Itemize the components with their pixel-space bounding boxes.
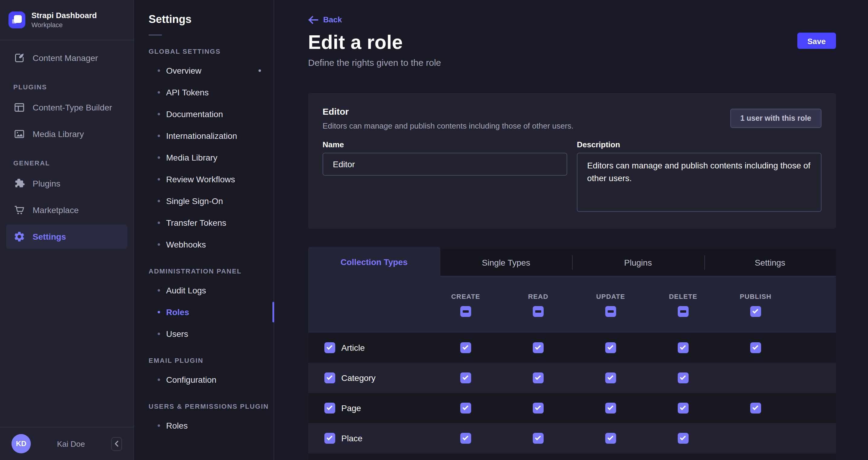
- tab-settings[interactable]: Settings: [704, 249, 836, 276]
- create-checkbox[interactable]: [460, 433, 471, 444]
- subnav-item-label: Roles: [166, 421, 188, 430]
- row-select-checkbox[interactable]: [324, 433, 335, 444]
- update-checkbox[interactable]: [605, 433, 616, 444]
- sidebar-item-media-library[interactable]: Media Library: [6, 122, 127, 146]
- select-all-publish-checkbox[interactable]: [750, 306, 761, 317]
- sidebar-item-label: Media Library: [33, 129, 84, 139]
- tab-collection-types[interactable]: Collection Types: [308, 247, 440, 276]
- subnav-item-documentation[interactable]: Documentation: [134, 103, 274, 125]
- bullet-icon: [158, 135, 160, 137]
- brand-title: Strapi Dashboard: [31, 11, 97, 21]
- sidebar-item-label: Content-Type Builder: [33, 103, 112, 112]
- column-header-update: UPDATE: [596, 293, 625, 300]
- subnav-item-webhooks[interactable]: Webhooks: [134, 234, 274, 255]
- subnav-item-label: Media Library: [166, 153, 217, 162]
- user-avatar[interactable]: KD: [11, 434, 31, 453]
- column-header-delete: DELETE: [669, 293, 698, 300]
- sidebar-item-content-type-builder[interactable]: Content-Type Builder: [6, 95, 127, 120]
- read-checkbox[interactable]: [533, 433, 544, 444]
- update-checkbox[interactable]: [605, 342, 616, 353]
- subnav-item-label: Documentation: [166, 109, 223, 119]
- role-name-heading: Editor: [322, 106, 574, 117]
- permissions-table: CREATE READ UPDATE DELETE PUBLISH Articl…: [308, 276, 836, 460]
- users-with-role-badge[interactable]: 1 user with this role: [730, 109, 822, 128]
- role-info-card: Editor Editors can manage and publish co…: [308, 93, 836, 229]
- bullet-icon: [158, 333, 160, 335]
- select-all-read-checkbox[interactable]: [533, 306, 544, 317]
- back-link[interactable]: Back: [308, 15, 342, 24]
- select-all-delete-checkbox[interactable]: [678, 306, 689, 317]
- table-row-place: Place: [308, 423, 836, 453]
- read-checkbox[interactable]: [533, 342, 544, 353]
- subnav-item-label: Single Sign-On: [166, 196, 223, 206]
- bullet-icon: [158, 311, 160, 313]
- page-subtitle: Define the rights given to the role: [308, 57, 836, 68]
- row-select-checkbox[interactable]: [324, 342, 335, 353]
- subnav-item-label: Overview: [166, 66, 202, 75]
- select-all-create-checkbox[interactable]: [460, 306, 471, 317]
- subnav-item-internationalization[interactable]: Internationalization: [134, 125, 274, 147]
- strapi-logo-icon: [8, 11, 25, 28]
- delete-checkbox[interactable]: [678, 342, 689, 353]
- bullet-icon: [158, 243, 160, 246]
- name-field-label: Name: [322, 140, 567, 149]
- create-checkbox[interactable]: [460, 372, 471, 383]
- publish-checkbox[interactable]: [750, 342, 761, 353]
- delete-checkbox[interactable]: [678, 372, 689, 383]
- update-checkbox[interactable]: [605, 372, 616, 383]
- subnav-item-review-workflows[interactable]: Review Workflows: [134, 168, 274, 190]
- subnav-section-email-plugin: EMAIL PLUGIN: [134, 352, 274, 369]
- column-header-create: CREATE: [451, 293, 480, 300]
- subnav-item-label: Users: [166, 329, 188, 339]
- sidebar-collapse-button[interactable]: [111, 437, 122, 451]
- subnav-item-media-library[interactable]: Media Library: [134, 147, 274, 168]
- sidebar-item-marketplace[interactable]: Marketplace: [6, 198, 127, 222]
- create-checkbox[interactable]: [460, 342, 471, 353]
- subnav-item-roles[interactable]: Roles: [134, 301, 274, 323]
- tab-divider: [572, 255, 572, 270]
- back-label: Back: [323, 15, 342, 24]
- create-checkbox[interactable]: [460, 403, 471, 414]
- tab-divider: [704, 255, 705, 270]
- tab-single-types[interactable]: Single Types: [440, 249, 572, 276]
- role-description-input[interactable]: [577, 153, 822, 212]
- subnav-item-transfer-tokens[interactable]: Transfer Tokens: [134, 212, 274, 234]
- subnav-item-up-roles[interactable]: Roles: [134, 415, 274, 436]
- sidebar-item-settings[interactable]: Settings: [6, 225, 127, 249]
- subnav-item-api-tokens[interactable]: API Tokens: [134, 81, 274, 103]
- tab-plugins[interactable]: Plugins: [572, 249, 704, 276]
- subnav-section-users-permissions-plugin: USERS & PERMISSIONS PLUGIN: [134, 398, 274, 415]
- delete-checkbox[interactable]: [678, 403, 689, 414]
- subnav-item-audit-logs[interactable]: Audit Logs: [134, 280, 274, 301]
- plugins-icon: [13, 177, 25, 190]
- subnav-item-single-sign-on[interactable]: Single Sign-On: [134, 190, 274, 212]
- row-label: Page: [341, 403, 361, 413]
- subnav-item-users[interactable]: Users: [134, 323, 274, 345]
- select-all-update-checkbox[interactable]: [605, 306, 616, 317]
- sidebar-item-plugins[interactable]: Plugins: [6, 171, 127, 196]
- row-label: Place: [341, 433, 363, 443]
- main-content: Back Edit a role Save Define the rights …: [274, 0, 868, 460]
- table-row-category: Category: [308, 363, 836, 393]
- save-button[interactable]: Save: [797, 33, 836, 49]
- user-name: Kai Doe: [31, 439, 111, 448]
- content-manager-icon: [13, 52, 25, 64]
- read-checkbox[interactable]: [533, 372, 544, 383]
- subnav-item-configuration[interactable]: Configuration: [134, 369, 274, 391]
- row-select-checkbox[interactable]: [324, 372, 335, 383]
- brand-block[interactable]: Strapi Dashboard Workplace: [0, 0, 133, 40]
- strapi-dashboard: Strapi Dashboard Workplace Content Manag…: [0, 0, 868, 460]
- subnav-section-administration-panel: ADMINISTRATION PANEL: [134, 263, 274, 280]
- sidebar-section-general: GENERAL: [6, 155, 127, 171]
- row-label: Article: [341, 343, 365, 353]
- row-select-checkbox[interactable]: [324, 403, 335, 414]
- subnav-item-overview[interactable]: Overview: [134, 60, 274, 81]
- sidebar-section-plugins: PLUGINS: [6, 78, 127, 95]
- publish-checkbox[interactable]: [750, 403, 761, 414]
- sidebar-item-content-manager[interactable]: Content Manager: [6, 46, 127, 70]
- sidebar-item-label: Settings: [33, 232, 66, 241]
- update-checkbox[interactable]: [605, 403, 616, 414]
- role-name-input[interactable]: [322, 153, 567, 176]
- read-checkbox[interactable]: [533, 403, 544, 414]
- delete-checkbox[interactable]: [678, 433, 689, 444]
